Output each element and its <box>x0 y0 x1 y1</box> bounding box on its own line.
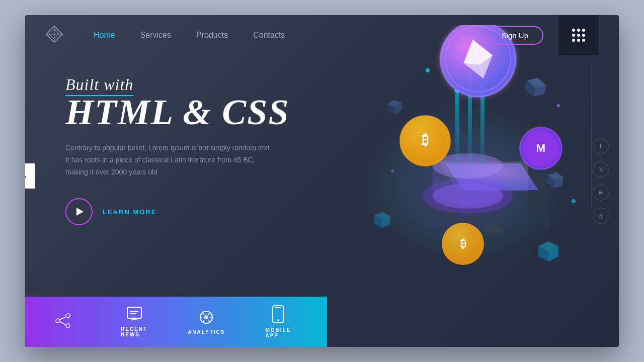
svg-rect-39 <box>127 307 141 318</box>
svg-rect-11 <box>480 85 485 166</box>
svg-point-35 <box>66 314 70 318</box>
svg-line-45 <box>208 313 209 315</box>
svg-point-34 <box>56 319 60 323</box>
nav-link-products[interactable]: Products <box>196 31 228 40</box>
social-sidebar: f 𝕏 in ◎ <box>593 138 609 224</box>
svg-point-36 <box>66 324 70 328</box>
svg-line-49 <box>208 320 209 322</box>
hero-cta: LEARN MORE <box>65 198 332 225</box>
svg-point-31 <box>557 104 560 107</box>
twitter-button[interactable]: 𝕏 <box>593 161 609 177</box>
svg-point-32 <box>572 199 576 203</box>
svg-point-5 <box>483 225 503 233</box>
svg-point-33 <box>391 169 394 172</box>
grid-menu-button[interactable] <box>558 15 599 55</box>
vertical-divider <box>591 65 592 206</box>
hero-subtitle: Built with <box>65 75 332 94</box>
bottom-item-news-label: RECENT NEWS <box>121 326 147 337</box>
main-wrapper: Home Services Products Contacts Sign Up … <box>25 15 619 347</box>
bottom-item-mobile-label: MOBILE APP <box>265 327 291 338</box>
svg-line-48 <box>203 320 204 322</box>
nav-links: Home Services Products Contacts <box>94 31 487 40</box>
linkedin-button[interactable]: in <box>593 185 609 201</box>
bottom-section: RECENT NEWS ANALYTICS <box>25 297 619 347</box>
instagram-button[interactable]: ◎ <box>593 208 609 224</box>
hero-title: HTML & CSS <box>65 94 332 130</box>
svg-point-30 <box>426 68 430 72</box>
grid-dots-icon <box>572 29 585 42</box>
bottom-bar: RECENT NEWS ANALYTICS <box>25 297 327 347</box>
signup-button[interactable]: Sign Up <box>487 26 543 45</box>
nav-logo[interactable] <box>45 25 94 45</box>
nav-link-contacts[interactable]: Contacts <box>253 31 285 40</box>
nav-link-home[interactable]: Home <box>94 31 115 40</box>
share-icon-container[interactable] <box>55 313 70 330</box>
hero-description: Contrary to popular belief, Lorem Ipsum … <box>65 142 277 178</box>
play-icon <box>76 208 84 216</box>
hero-content: Built with HTML & CSS Contrary to popula… <box>25 65 352 297</box>
bottom-item-mobile-app[interactable]: MOBILE APP <box>265 305 291 338</box>
svg-text:M: M <box>536 142 545 154</box>
twitter-icon: 𝕏 <box>599 166 603 173</box>
main-container: Home Services Products Contacts Sign Up … <box>25 15 619 347</box>
svg-line-38 <box>60 322 66 325</box>
learn-more-label: LEARN MORE <box>103 208 156 216</box>
svg-point-51 <box>277 319 279 321</box>
navbar: Home Services Products Contacts Sign Up <box>25 15 619 55</box>
facebook-icon: f <box>600 143 602 150</box>
hero-section: › Built with HTML & CSS Contrary to popu… <box>25 55 619 297</box>
bottom-item-recent-news[interactable]: RECENT NEWS <box>121 306 147 337</box>
instagram-icon: ◎ <box>598 212 603 220</box>
svg-point-43 <box>204 315 208 319</box>
bottom-item-analytics-label: ANALYTICS <box>188 329 225 335</box>
play-button[interactable] <box>65 198 93 225</box>
svg-line-37 <box>60 317 66 320</box>
svg-text:₿: ₿ <box>422 132 429 148</box>
bottom-item-analytics[interactable]: ANALYTICS <box>188 309 225 335</box>
svg-text:₿: ₿ <box>460 237 466 250</box>
svg-line-44 <box>203 313 204 315</box>
linkedin-icon: in <box>599 190 603 195</box>
nav-link-services[interactable]: Services <box>140 31 171 40</box>
svg-rect-9 <box>455 90 459 166</box>
facebook-button[interactable]: f <box>593 138 609 154</box>
